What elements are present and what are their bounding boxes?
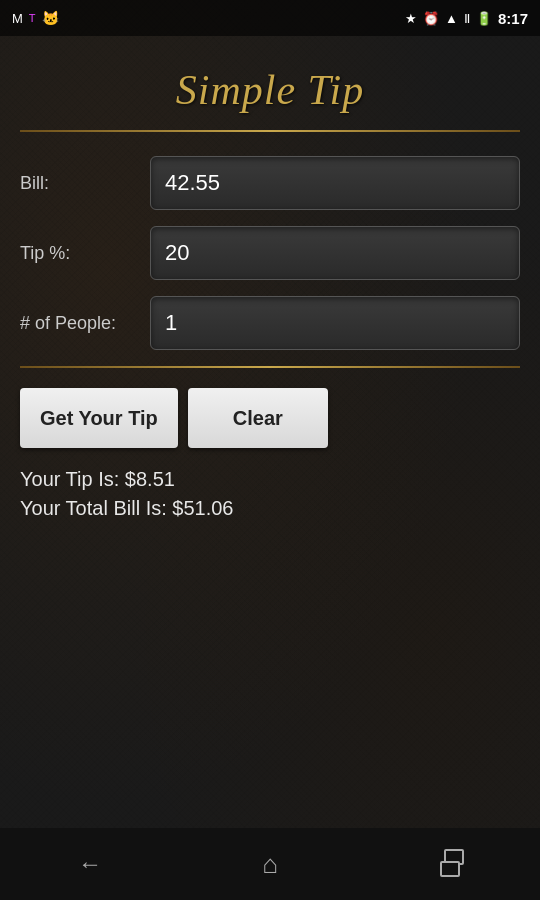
people-label: # of People: [20, 313, 150, 334]
status-right-icons: ★ ⏰ ▲ Ⅱ 🔋 8:17 [405, 10, 528, 27]
home-icon: ⌂ [262, 849, 278, 880]
buttons-row: Get Your Tip Clear [20, 388, 520, 448]
people-row: # of People: [20, 296, 520, 350]
back-button[interactable]: ← [60, 842, 120, 886]
bill-label: Bill: [20, 173, 150, 194]
bill-row: Bill: [20, 156, 520, 210]
bluetooth-icon: ★ [405, 11, 417, 26]
app-title: Simple Tip [20, 46, 520, 130]
status-bar: M T 🐱 ★ ⏰ ▲ Ⅱ 🔋 8:17 [0, 0, 540, 36]
alarm-icon: ⏰ [423, 11, 439, 26]
tmobile-icon: T [29, 12, 36, 24]
signal-icon: Ⅱ [464, 11, 470, 26]
tip-result: Your Tip Is: $8.51 [20, 468, 520, 491]
people-input[interactable] [150, 296, 520, 350]
tip-label: Tip %: [20, 243, 150, 264]
bottom-divider [20, 366, 520, 368]
back-icon: ← [78, 850, 102, 878]
status-time: 8:17 [498, 10, 528, 27]
recents-button[interactable] [420, 842, 480, 886]
status-left-icons: M T 🐱 [12, 10, 59, 26]
home-button[interactable]: ⌂ [240, 842, 300, 886]
cat-icon: 🐱 [42, 10, 59, 26]
calculate-button[interactable]: Get Your Tip [20, 388, 178, 448]
recents-icon [440, 849, 460, 880]
bill-input[interactable] [150, 156, 520, 210]
nav-bar: ← ⌂ [0, 828, 540, 900]
battery-icon: 🔋 [476, 11, 492, 26]
total-result: Your Total Bill Is: $51.06 [20, 497, 520, 520]
tip-input[interactable] [150, 226, 520, 280]
clear-button[interactable]: Clear [188, 388, 328, 448]
top-divider [20, 130, 520, 132]
tip-row: Tip %: [20, 226, 520, 280]
gmail-icon: M [12, 11, 23, 26]
main-content: Simple Tip Bill: Tip %: # of People: Get… [0, 36, 540, 520]
wifi-icon: ▲ [445, 11, 458, 26]
results-section: Your Tip Is: $8.51 Your Total Bill Is: $… [20, 468, 520, 520]
